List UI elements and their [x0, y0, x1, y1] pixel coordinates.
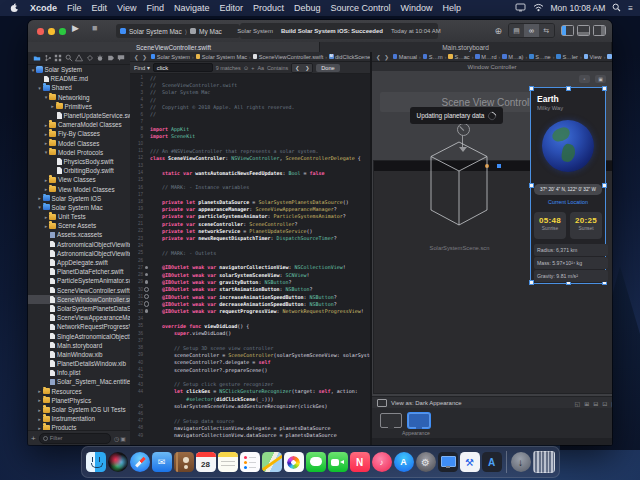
selection-handle[interactable]	[566, 86, 571, 91]
code-line[interactable]: 9import SceneKit	[130, 132, 370, 139]
find-add-button[interactable]: +	[251, 65, 254, 71]
find-next-button[interactable]: ❯	[302, 64, 312, 72]
file-tree-item-view-classes[interactable]: ▸View Classes	[28, 175, 130, 184]
file-tree-item-solar-system-mac-entitlements[interactable]: Solar_System_Mac.entitlements	[28, 377, 130, 386]
inspectors-toggle-button[interactable]	[593, 25, 606, 36]
dock-icon-maps[interactable]	[262, 452, 282, 472]
file-tree-item-orbitingbody-swift[interactable]: OrbitingBody.swift	[28, 166, 130, 175]
selection-handle[interactable]	[602, 183, 607, 188]
dark-appearance-button[interactable]	[408, 413, 430, 428]
navigator-tab-symbols-icon[interactable]	[54, 54, 62, 62]
storyboard-canvas[interactable]: ▫ ▣ Scene View Controller Updating plane…	[372, 71, 612, 396]
menu-bar-clock[interactable]: Mon 10:08 AM	[551, 3, 606, 13]
file-tree-item-sceneviewappearancemanager-swift[interactable]: SceneViewAppearanceManager.swift	[28, 313, 130, 322]
menu-help[interactable]: Help	[438, 0, 467, 16]
apple-menu-icon[interactable]	[0, 3, 25, 13]
dock-icon-appstore[interactable]: A	[394, 452, 414, 472]
code-line[interactable]: 12class SceneViewController: NSViewContr…	[130, 154, 370, 161]
dock-icon-appa[interactable]: A	[482, 452, 502, 472]
code-line[interactable]: 22 private let networkService = PlanetUp…	[130, 227, 370, 234]
code-line[interactable]: 44 let clickGes = NSClickGestureRecogniz…	[130, 388, 370, 395]
file-tree-item-primitives[interactable]: ▸Primitives	[28, 102, 130, 111]
file-tree-item-cameramodel-classes[interactable]: ▸CameraModel Classes	[28, 120, 130, 129]
code-line[interactable]: 10	[130, 140, 370, 147]
code-line[interactable]: 17	[130, 191, 370, 198]
code-line[interactable]: 13	[130, 162, 370, 169]
dock-icon-calendar[interactable]: 28	[196, 452, 216, 472]
file-tree-item-model-classes[interactable]: ▸Model Classes	[28, 139, 130, 148]
disclosure-closed-icon[interactable]: ▸	[37, 407, 43, 413]
code-line[interactable]: 14 static var wantsAutomaticNewsFeedUpda…	[130, 169, 370, 176]
storyboard-crumb-view[interactable]: View	[584, 54, 602, 60]
code-line[interactable]: 45 solarSystemSceneView.addGestureRecogn…	[130, 402, 370, 409]
file-tree-item-particlesystemanimator-swift[interactable]: ParticleSystemAnimator.swift	[28, 276, 130, 285]
code-line[interactable]: 35 override func viewDidLoad() {	[130, 322, 370, 329]
code-line[interactable]: 37	[130, 337, 370, 344]
storyboard-crumb-manual[interactable]: Manual	[393, 54, 417, 60]
find-input[interactable]: click	[153, 63, 213, 72]
version-editor-button[interactable]: ⇆	[539, 24, 554, 37]
window-tab-main-storyboard[interactable]: Main.storyboard	[320, 42, 612, 52]
view-as-label[interactable]: View as: Dark Appearance	[391, 400, 462, 406]
editor-crumb-solar-system-mac[interactable]: Solar System Mac	[196, 54, 247, 60]
segue-icon[interactable]	[457, 123, 470, 136]
pin-button[interactable]: ⊟	[593, 400, 598, 407]
menu-debug[interactable]: Debug	[289, 0, 326, 16]
scene-placeholder-cube[interactable]	[430, 141, 488, 231]
history-back-forward[interactable]: ❮ ❯	[376, 54, 390, 60]
file-tree-item-solarsystemplanetsdatasource-swift[interactable]: SolarSystemPlanetsDataSource.swift	[28, 304, 130, 313]
notification-center-icon[interactable]: ≡	[628, 4, 632, 13]
disclosure-closed-icon[interactable]: ▸	[37, 195, 43, 201]
disclosure-open-icon[interactable]: ▾	[37, 204, 43, 210]
toolbar-item-blue-icon[interactable]	[497, 164, 501, 168]
storyboard-crumb-s-ac[interactable]: S…ac	[448, 54, 469, 60]
find-previous-button[interactable]: ❮	[292, 64, 302, 72]
file-tree-item-scenewindowcontroller-swift[interactable]: SceneWindowController.swift	[28, 295, 130, 304]
code-line[interactable]: 46	[130, 410, 370, 417]
code-line[interactable]: 20 private var particleSystemsAnimator: …	[130, 213, 370, 220]
disclosure-closed-icon[interactable]: ▸	[50, 103, 56, 109]
menu-edit[interactable]: Edit	[87, 0, 113, 16]
menu-navigate[interactable]: Navigate	[169, 0, 215, 16]
file-tree-item-planetdatafetcher-swift[interactable]: PlanetDataFetcher.swift	[28, 267, 130, 276]
file-tree-item-instrumentation[interactable]: ▸Instrumentation	[28, 414, 130, 423]
dock-icon-sysprefs[interactable]: ⚙	[416, 452, 436, 472]
earth-detail-panel[interactable]: Earth Milky Way 37° 20' 4" N, 122° 0' 32…	[530, 87, 606, 284]
navigator-tab-project-icon[interactable]	[33, 54, 41, 62]
code-line[interactable]: 38 // Setup 3D scene view controller	[130, 344, 370, 351]
navigator-toggle-button[interactable]	[561, 25, 574, 36]
code-line[interactable]: 4//	[130, 96, 370, 103]
menu-xcode[interactable]: Xcode	[25, 0, 62, 16]
code-line[interactable]: 5// Copyright © 2018 Apple. All rights r…	[130, 103, 370, 110]
find-clear-icon[interactable]: ⊙	[244, 65, 249, 71]
run-button[interactable]: ▶	[72, 23, 79, 33]
file-tree-item-solar-system-ios-ui-tests[interactable]: ▸Solar System iOS UI Tests	[28, 405, 130, 414]
dock-icon-notes[interactable]	[218, 452, 238, 472]
close-window-button[interactable]	[37, 28, 44, 35]
code-line[interactable]: 28 @IBOutlet weak var solarSystemSceneVi…	[130, 271, 370, 278]
navigator-tab-debug-icon[interactable]	[96, 54, 104, 62]
code-line[interactable]: 27 @IBOutlet weak var navigatorCollectio…	[130, 264, 370, 271]
file-tree-item-model-protocols[interactable]: ▾Model Protocols	[28, 148, 130, 157]
selection-handle[interactable]	[602, 86, 607, 91]
code-line[interactable]: 23 private var newsRequestDispatchTimer:…	[130, 235, 370, 242]
dock-icon-siri[interactable]	[108, 452, 128, 472]
menu-view[interactable]: View	[112, 0, 141, 16]
wifi-icon[interactable]	[533, 3, 544, 14]
selection-handle[interactable]	[529, 86, 534, 91]
light-appearance-button[interactable]	[380, 413, 402, 428]
align-button[interactable]: ⊞	[584, 400, 589, 407]
file-tree-item-planetupdateservice-swift[interactable]: PlanetUpdateService.swift	[28, 111, 130, 120]
code-line[interactable]: 11/// An #NSViewController that represen…	[130, 147, 370, 154]
dock-icon-mail[interactable]: ✉	[152, 452, 172, 472]
disclosure-closed-icon[interactable]: ▸	[37, 388, 43, 394]
device-bar-toggle-icon[interactable]	[377, 399, 387, 407]
navigator-tab-reports-icon[interactable]	[117, 54, 125, 62]
file-tree-item-view-model-classes[interactable]: ▸View Model Classes	[28, 184, 130, 193]
file-tree-item-solar-system[interactable]: ▾Solar System	[28, 65, 130, 74]
editor-crumb-didclickscene[interactable]: MdidClickScene(_:)	[329, 54, 370, 60]
file-tree-item-solar-system-ios[interactable]: ▸Solar System iOS	[28, 194, 130, 203]
code-line[interactable]: 42	[130, 373, 370, 380]
dock-icon-finder[interactable]	[86, 452, 106, 472]
code-line[interactable]: 25 // MARK: - Outlets	[130, 249, 370, 256]
